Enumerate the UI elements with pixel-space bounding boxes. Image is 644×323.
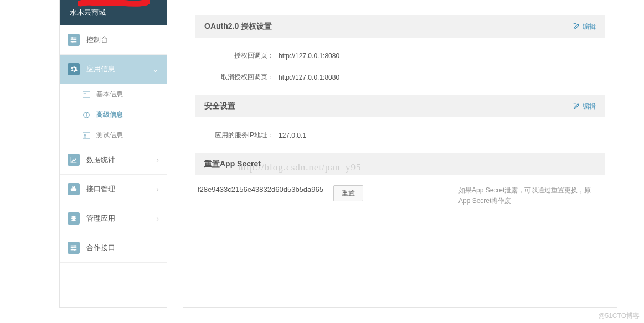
- subnav: 基本信息 高级信息 测试信息: [60, 84, 167, 145]
- svg-rect-7: [84, 93, 86, 93]
- svg-rect-15: [74, 186, 75, 189]
- secret-value: f28e9433c2156e43832d60d53b5da965: [198, 185, 323, 194]
- svg-point-3: [71, 37, 73, 39]
- sliders-icon: [68, 34, 80, 46]
- card-icon: [82, 91, 91, 98]
- sidebar-item-appinfo[interactable]: 应用信息 ⌄: [60, 55, 167, 84]
- secret-row: f28e9433c2156e43832d60d53b5da965 重置 如果Ap…: [195, 175, 605, 206]
- section-title: 安全设置: [204, 101, 235, 111]
- field-label: 取消授权回调页：: [201, 72, 279, 82]
- sidebar-item-stats[interactable]: 数据统计 ›: [60, 145, 167, 175]
- main-content: OAuth2.0 授权设置 编辑 授权回调页： http://127.0.0.1…: [183, 0, 617, 308]
- field-label: 授权回调页：: [201, 51, 279, 60]
- subitem-label: 高级信息: [96, 110, 123, 119]
- svg-point-4: [74, 39, 76, 41]
- field-value: http://127.0.0.1:8080: [279, 52, 339, 60]
- section-title: OAuth2.0 授权设置: [204, 22, 272, 32]
- chevron-right-icon: ›: [156, 185, 159, 194]
- footer-watermark: @51CTO博客: [598, 311, 640, 321]
- cancel-callback-row: 取消授权回调页： http://127.0.0.1:8080: [201, 72, 599, 82]
- sidebar-item-api[interactable]: 接口管理 ›: [60, 175, 167, 204]
- info-icon: [82, 111, 91, 119]
- nav-label: 控制台: [86, 35, 159, 45]
- nav-label: 应用信息: [86, 64, 152, 74]
- gear-icon: [68, 63, 80, 75]
- chevron-right-icon: ›: [156, 214, 159, 223]
- callback-row: 授权回调页： http://127.0.0.1:8080: [201, 51, 599, 60]
- svg-point-21: [74, 249, 75, 251]
- sidebar-header: 水木云商城: [60, 0, 167, 25]
- sidebar-item-manage[interactable]: 管理应用 ›: [60, 204, 167, 233]
- subitem-test[interactable]: 测试信息: [60, 125, 167, 145]
- chevron-right-icon: ›: [156, 155, 159, 164]
- sidebar-item-partner[interactable]: 合作接口: [60, 233, 167, 263]
- svg-rect-10: [86, 114, 86, 116]
- svg-point-20: [71, 247, 73, 249]
- stack-icon: [68, 212, 80, 225]
- secret-section-header: 重置App Secret: [195, 153, 605, 175]
- section-title: 重置App Secret: [204, 159, 261, 169]
- field-value: 127.0.0.1: [279, 132, 306, 139]
- svg-rect-12: [83, 132, 90, 138]
- svg-point-5: [72, 41, 74, 43]
- chevron-down-icon: ⌄: [152, 65, 159, 74]
- sidebar-item-console[interactable]: 控制台: [60, 25, 167, 55]
- subitem-basic[interactable]: 基本信息: [60, 84, 167, 105]
- subitem-label: 基本信息: [96, 90, 123, 99]
- field-value: http://127.0.0.1:8080: [279, 74, 339, 81]
- nav-label: 数据统计: [86, 155, 156, 165]
- reset-button[interactable]: 重置: [333, 185, 363, 201]
- sidebar: 水木云商城 控制台 应用信息 ⌄ 基本信息 高级信息 测试信息: [59, 0, 167, 308]
- subitem-advanced[interactable]: 高级信息: [60, 105, 167, 125]
- chart-icon: [68, 154, 80, 166]
- nav-label: 管理应用: [86, 213, 156, 223]
- edit-icon: [573, 102, 580, 110]
- security-section-header: 安全设置 编辑: [195, 95, 605, 117]
- svg-point-19: [74, 245, 76, 247]
- oauth-section-header: OAuth2.0 授权设置 编辑: [195, 15, 605, 38]
- subitem-label: 测试信息: [96, 131, 123, 140]
- svg-rect-2: [71, 41, 77, 43]
- plug-icon: [68, 183, 80, 195]
- svg-rect-18: [71, 249, 77, 251]
- svg-rect-8: [84, 95, 89, 95]
- edit-icon: [573, 23, 580, 30]
- nav-label: 接口管理: [86, 184, 156, 194]
- secret-note: 如果App Secret泄露，可以通过重置更换，原App Secret将作废: [458, 185, 602, 206]
- user-icon: [82, 132, 91, 139]
- svg-rect-14: [72, 186, 73, 189]
- sliders-icon: [68, 242, 80, 254]
- nav-label: 合作接口: [86, 243, 159, 253]
- svg-point-13: [84, 134, 86, 136]
- edit-button[interactable]: 编辑: [573, 22, 596, 32]
- field-label: 应用的服务IP地址：: [201, 131, 279, 140]
- ip-row: 应用的服务IP地址： 127.0.0.1: [201, 131, 599, 140]
- svg-point-11: [86, 113, 87, 114]
- edit-button[interactable]: 编辑: [573, 102, 596, 111]
